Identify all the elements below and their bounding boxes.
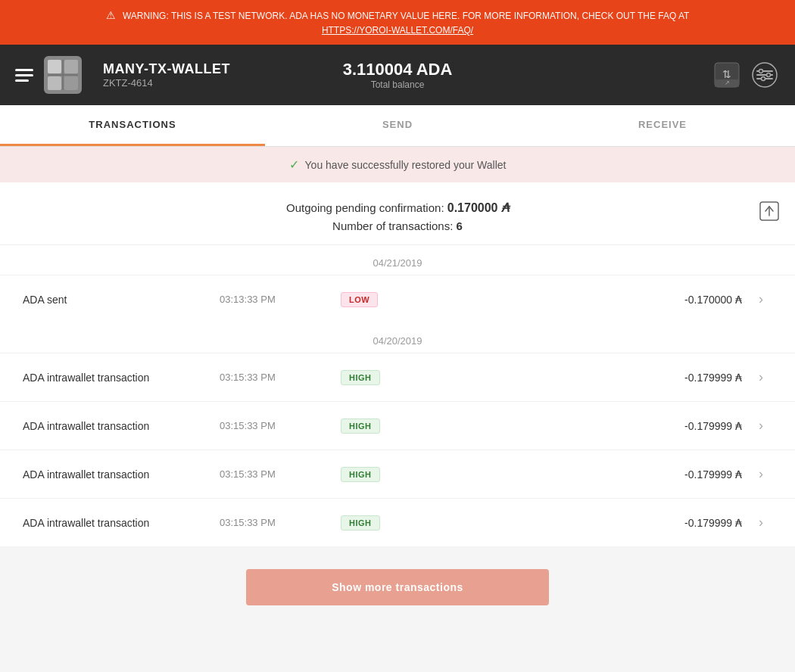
tx-amount: -0.179999 ₳ xyxy=(416,372,750,384)
wallet-id: ZKTZ-4614 xyxy=(103,77,230,89)
tx-time: 03:15:33 PM xyxy=(220,468,341,480)
nav-tabs: TRANSACTIONS SEND RECEIVE xyxy=(0,105,795,147)
transactions-container: 04/21/2019 ADA sent 03:13:33 PM LOW -0.1… xyxy=(0,245,795,546)
tx-type: ADA sent xyxy=(23,294,220,306)
tab-send[interactable]: SEND xyxy=(265,105,530,146)
chevron-down-icon[interactable]: › xyxy=(750,291,772,307)
tx-badge: HIGH xyxy=(341,467,416,482)
table-row[interactable]: ADA sent 03:13:33 PM LOW -0.170000 ₳ › xyxy=(0,275,795,323)
tx-time: 03:13:33 PM xyxy=(220,294,341,305)
show-more-container: Show more transactions xyxy=(0,546,795,628)
chevron-down-icon[interactable]: › xyxy=(750,466,772,482)
tx-time: 03:15:33 PM xyxy=(220,420,341,431)
tx-badge: HIGH xyxy=(341,515,416,530)
send-receive-icon[interactable]: ⇅ ↗ xyxy=(712,60,742,90)
tx-count-label: Number of transactions: xyxy=(332,219,453,232)
svg-rect-1 xyxy=(48,60,61,73)
balance-label: Total balance xyxy=(343,79,453,90)
badge-high: HIGH xyxy=(341,515,380,530)
table-row[interactable]: ADA intrawallet transaction 03:15:33 PM … xyxy=(0,353,795,401)
menu-toggle[interactable] xyxy=(15,69,33,82)
warning-banner: ⚠ WARNING: THIS IS A TEST NETWORK. ADA H… xyxy=(0,0,795,45)
wallet-logo xyxy=(44,56,82,94)
warning-text: WARNING: THIS IS A TEST NETWORK. ADA HAS… xyxy=(123,11,690,21)
svg-point-16 xyxy=(767,73,771,77)
menu-line-2 xyxy=(15,74,33,76)
table-row[interactable]: ADA intrawallet transaction 03:15:33 PM … xyxy=(0,498,795,546)
tx-amount: -0.179999 ₳ xyxy=(416,468,750,481)
tab-receive[interactable]: RECEIVE xyxy=(530,105,795,146)
balance-section: 3.110004 ADA Total balance xyxy=(343,60,453,90)
pending-section: Outgoing pending confirmation: 0.170000 … xyxy=(0,182,795,245)
svg-text:⇅: ⇅ xyxy=(722,68,731,80)
tx-type: ADA intrawallet transaction xyxy=(23,517,220,529)
chevron-down-icon[interactable]: › xyxy=(750,515,772,530)
header-icons: ⇅ ↗ xyxy=(712,60,780,90)
badge-low: LOW xyxy=(341,292,378,307)
pending-label: Outgoing pending confirmation: xyxy=(286,201,444,214)
svg-text:↗: ↗ xyxy=(725,79,730,86)
tx-type: ADA intrawallet transaction xyxy=(23,468,220,481)
chevron-down-icon[interactable]: › xyxy=(750,369,772,385)
svg-rect-4 xyxy=(64,76,78,90)
svg-point-15 xyxy=(759,70,763,73)
tx-amount: -0.179999 ₳ xyxy=(416,517,750,529)
main-content: Outgoing pending confirmation: 0.170000 … xyxy=(0,182,795,546)
pending-text: Outgoing pending confirmation: 0.170000 … xyxy=(15,201,780,215)
tx-badge: HIGH xyxy=(341,370,416,385)
wallet-info: MANY-TX-WALLET ZKTZ-4614 xyxy=(103,61,230,89)
wallet-name: MANY-TX-WALLET xyxy=(103,61,230,77)
warning-icon: ⚠ xyxy=(106,8,116,23)
chevron-down-icon[interactable]: › xyxy=(750,418,772,434)
date-separator-1: 04/21/2019 xyxy=(0,245,795,275)
tab-transactions[interactable]: TRANSACTIONS xyxy=(0,105,265,146)
badge-high: HIGH xyxy=(341,418,380,434)
badge-high: HIGH xyxy=(341,467,380,482)
badge-high: HIGH xyxy=(341,370,380,385)
svg-point-17 xyxy=(762,77,765,81)
date-separator-2: 04/20/2019 xyxy=(0,323,795,353)
tx-amount: -0.179999 ₳ xyxy=(416,420,750,432)
pending-amount: 0.170000 ₳ xyxy=(447,201,509,214)
table-row[interactable]: ADA intrawallet transaction 03:15:33 PM … xyxy=(0,450,795,498)
success-message: You have successfully restored your Wall… xyxy=(305,159,507,171)
tx-badge: LOW xyxy=(341,292,416,307)
success-icon: ✓ xyxy=(289,157,299,172)
menu-line-3 xyxy=(15,79,29,82)
settings-icon[interactable] xyxy=(750,60,780,90)
table-row[interactable]: ADA intrawallet transaction 03:15:33 PM … xyxy=(0,401,795,450)
export-button[interactable] xyxy=(759,201,780,226)
menu-line-1 xyxy=(15,69,33,71)
tx-count: 6 xyxy=(457,219,463,232)
success-banner: ✓ You have successfully restored your Wa… xyxy=(0,147,795,182)
svg-rect-2 xyxy=(64,60,78,73)
tx-time: 03:15:33 PM xyxy=(220,372,341,383)
warning-link[interactable]: HTTPS://YOROI-WALLET.COM/FAQ/ xyxy=(322,25,473,36)
tx-time: 03:15:33 PM xyxy=(220,517,341,528)
tx-amount: -0.170000 ₳ xyxy=(416,294,750,306)
tx-type: ADA intrawallet transaction xyxy=(23,372,220,384)
header: MANY-TX-WALLET ZKTZ-4614 3.110004 ADA To… xyxy=(0,45,795,105)
svg-rect-3 xyxy=(48,76,61,90)
tx-badge: HIGH xyxy=(341,418,416,434)
tx-count-text: Number of transactions: 6 xyxy=(15,219,780,232)
tx-type: ADA intrawallet transaction xyxy=(23,420,220,432)
show-more-button[interactable]: Show more transactions xyxy=(246,569,549,605)
balance-amount: 3.110004 ADA xyxy=(343,60,453,79)
